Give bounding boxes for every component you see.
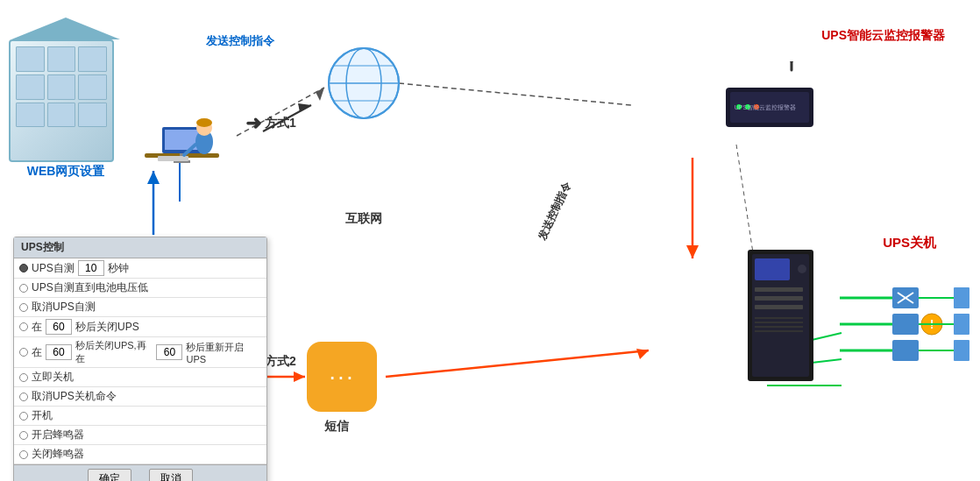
panel-title: UPS控制 xyxy=(14,237,266,258)
panel-footer: 确定 取消 xyxy=(14,464,266,481)
row1-input[interactable] xyxy=(78,260,104,276)
svg-rect-49 xyxy=(755,305,803,309)
svg-line-3 xyxy=(399,83,631,105)
radio-4[interactable] xyxy=(19,322,28,331)
svg-marker-11 xyxy=(298,103,311,112)
building-window xyxy=(47,103,76,128)
building-window xyxy=(78,74,107,100)
sms-dots: ··· xyxy=(329,363,354,391)
sms-icon: ··· xyxy=(307,342,377,412)
person-at-computer xyxy=(136,105,224,175)
ups-monitor-device: UPS智能云监控报警器 xyxy=(713,61,827,144)
ups-monitor-label: UPS智能云监控报警器 xyxy=(821,28,945,44)
building-body xyxy=(9,39,114,162)
svg-marker-1 xyxy=(316,88,324,101)
svg-rect-47 xyxy=(755,287,803,292)
panel-row-9: 开启蜂鸣器 xyxy=(14,426,266,445)
svg-rect-50 xyxy=(755,317,803,319)
row5-pre: 在 xyxy=(32,345,42,360)
main-diagram: WEB网页设置 xyxy=(0,0,980,481)
row4-text: 秒后关闭UPS xyxy=(75,320,139,335)
row9-text: 开启蜂鸣器 xyxy=(32,428,84,442)
building-window xyxy=(47,74,76,100)
send-control-command-label: 发送控制指令 xyxy=(535,180,575,243)
ups-control-panel: UPS控制 UPS自测 秒钟 UPS自测直到电池电压低 取消UPS自测 在 秒后… xyxy=(13,237,267,481)
building-window xyxy=(16,46,45,72)
method1-label: ➜ 方式1 xyxy=(245,112,296,135)
row1-text: UPS自测 xyxy=(32,261,75,276)
panel-row-5: 在 秒后关闭UPS,再在 秒后重新开启UPS xyxy=(14,337,266,368)
radio-10[interactable] xyxy=(19,450,28,459)
svg-marker-5 xyxy=(686,245,699,258)
building-illustration: WEB网页设置 xyxy=(9,18,123,158)
ups-tower-device xyxy=(739,245,835,390)
building-window xyxy=(47,46,76,72)
row5-input1[interactable] xyxy=(46,344,72,360)
confirm-button[interactable]: 确定 xyxy=(88,469,131,481)
radio-8[interactable] xyxy=(19,412,28,421)
svg-line-6 xyxy=(386,350,649,377)
radio-9[interactable] xyxy=(19,431,28,440)
row4-pre: 在 xyxy=(32,320,42,335)
network-boxes: ! xyxy=(840,272,971,377)
internet-globe: 互联网 xyxy=(324,44,403,123)
radio-6[interactable] xyxy=(19,373,28,382)
panel-row-6: 立即关机 xyxy=(14,368,266,387)
svg-rect-52 xyxy=(755,326,803,328)
row5-end: 秒后重新开启UPS xyxy=(186,341,261,364)
ups-shutdown-label: UPS关机 xyxy=(883,235,936,251)
panel-row-3: 取消UPS自测 xyxy=(14,298,266,317)
row10-text: 关闭蜂鸣器 xyxy=(32,447,84,462)
svg-marker-7 xyxy=(636,349,649,359)
panel-row-10: 关闭蜂鸣器 xyxy=(14,445,266,464)
row1-unit: 秒钟 xyxy=(108,261,129,276)
panel-row-2: UPS自测直到电池电压低 xyxy=(14,279,266,298)
svg-text:UPS智能云监控报警器: UPS智能云监控报警器 xyxy=(735,104,796,110)
svg-point-27 xyxy=(196,118,212,127)
row6-text: 立即关机 xyxy=(32,370,74,385)
row5-mid: 秒后关闭UPS,再在 xyxy=(75,339,153,365)
radio-7[interactable] xyxy=(19,393,28,401)
panel-row-8: 开机 xyxy=(14,407,266,426)
row3-text: 取消UPS自测 xyxy=(32,300,96,315)
svg-rect-68 xyxy=(954,314,969,335)
send-command-label: 发送控制指令 xyxy=(206,33,274,49)
row4-input[interactable] xyxy=(46,319,72,335)
svg-rect-48 xyxy=(755,296,803,301)
radio-1[interactable] xyxy=(19,264,28,272)
web-setting-label: WEB网页设置 xyxy=(27,164,105,180)
svg-line-14 xyxy=(736,145,754,258)
row8-text: 开机 xyxy=(32,408,53,423)
svg-rect-69 xyxy=(954,340,969,361)
radio-3[interactable] xyxy=(19,303,28,312)
building-window xyxy=(78,46,107,72)
svg-rect-59 xyxy=(892,340,919,361)
svg-point-46 xyxy=(798,265,806,273)
svg-rect-53 xyxy=(755,330,803,332)
svg-rect-51 xyxy=(755,322,803,323)
svg-rect-58 xyxy=(892,314,919,335)
panel-row-7: 取消UPS关机命令 xyxy=(14,387,266,407)
building-window xyxy=(16,74,45,100)
internet-label: 互联网 xyxy=(324,211,403,227)
sms-label: 短信 xyxy=(324,419,349,435)
panel-row-4: 在 秒后关闭UPS xyxy=(14,317,266,337)
building-roof xyxy=(11,18,120,39)
svg-rect-67 xyxy=(954,287,969,308)
panel-row-1: UPS自测 秒钟 xyxy=(14,258,266,279)
row7-text: 取消UPS关机命令 xyxy=(32,389,117,404)
building-window xyxy=(78,103,107,128)
radio-2[interactable] xyxy=(19,284,28,293)
radio-5[interactable] xyxy=(19,348,28,357)
row5-input2[interactable] xyxy=(156,344,182,360)
row2-text: UPS自测直到电池电压低 xyxy=(32,280,148,295)
svg-rect-45 xyxy=(755,258,790,280)
cancel-button[interactable]: 取消 xyxy=(149,469,193,481)
building-window xyxy=(16,103,45,128)
